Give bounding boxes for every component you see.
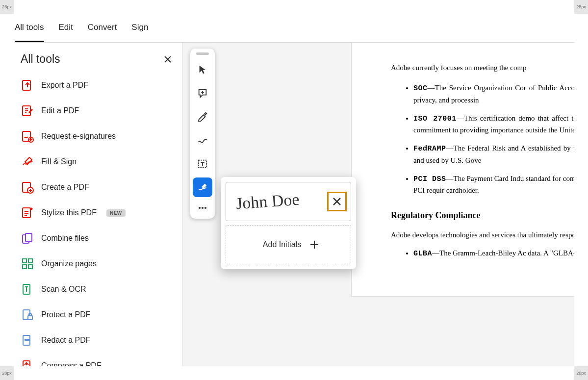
protect-icon — [21, 308, 34, 322]
sidebar-item-organize[interactable]: Organize pages — [18, 251, 178, 277]
doc-bullet: SOC—The Service Organization Cor of Publ… — [413, 82, 574, 106]
top-tabbar: All tools Edit Convert Sign — [14, 14, 574, 43]
svg-rect-0 — [23, 80, 30, 90]
tab-convert[interactable]: Convert — [88, 23, 117, 42]
signature-name-text: John Doe — [235, 190, 300, 213]
bullet-text: —The Gramm-Leach-Bliley Ac data. A "GLBA… — [432, 249, 574, 257]
sidebar-item-label: Create a PDF — [41, 183, 89, 192]
corner-marker-tl: 28px — [0, 0, 14, 14]
svg-point-22 — [205, 207, 206, 209]
main-body: All tools Export a PDFEdit a PDFRequest … — [14, 43, 574, 366]
sidebar-item-redact[interactable]: Redact a PDF — [18, 328, 178, 353]
drag-grip-icon[interactable] — [196, 52, 209, 55]
comment-tool-button[interactable] — [193, 83, 212, 103]
plus-icon — [309, 239, 320, 250]
signature-tool-button[interactable] — [193, 177, 212, 197]
bullet-tag: ISO 27001 — [413, 115, 457, 123]
text-box-icon — [197, 158, 208, 169]
svg-rect-12 — [28, 265, 32, 269]
organize-icon — [21, 257, 34, 271]
quick-tools-bar[interactable] — [190, 49, 215, 219]
doc-bullet: PCI DSS—The Payment Card Indu standard f… — [413, 173, 574, 197]
svg-rect-2 — [23, 131, 30, 141]
sidebar-item-stylize[interactable]: Stylize this PDFNEW — [18, 200, 178, 226]
svg-rect-10 — [28, 259, 32, 263]
sidebar-item-fillsign[interactable]: Fill & Sign — [18, 149, 178, 175]
create-icon — [21, 180, 34, 194]
svg-point-21 — [202, 207, 204, 209]
close-icon — [164, 56, 171, 63]
select-tool-button[interactable] — [193, 60, 212, 79]
sidebar-item-compress[interactable]: Compress a PDF — [18, 353, 178, 366]
marker-icon — [197, 111, 208, 122]
svg-point-20 — [199, 207, 201, 209]
sidebar-item-label: Scan & OCR — [41, 285, 86, 294]
doc-bullet: GLBA—The Gramm-Leach-Bliley Ac data. A "… — [413, 248, 574, 259]
corner-marker-bl: 28px — [0, 366, 14, 380]
esign-icon — [21, 129, 34, 143]
pdf-page[interactable]: Adobe currently focuses on meeting the c… — [352, 43, 574, 296]
bullet-tag: PCI DSS — [413, 175, 446, 183]
fillsign-icon — [21, 155, 34, 169]
tab-edit[interactable]: Edit — [59, 23, 73, 42]
svg-rect-9 — [23, 259, 26, 263]
signature-pen-icon — [197, 182, 208, 193]
sidebar-item-label: Compress a PDF — [41, 361, 102, 366]
sidebar-item-label: Redact a PDF — [41, 336, 90, 345]
sidebar-item-edit[interactable]: Edit a PDF — [18, 98, 178, 124]
delete-signature-button[interactable] — [327, 192, 347, 211]
doc-intro-line: Adobe currently focuses on meeting the c… — [391, 62, 574, 74]
doc-heading-regulatory: Regulatory Compliance — [391, 209, 574, 223]
sidebar-item-label: Stylize this PDF — [41, 208, 97, 217]
comment-plus-icon — [197, 88, 208, 99]
export-icon — [21, 78, 34, 92]
sidebar-item-label: Organize pages — [41, 259, 97, 268]
text-box-tool-button[interactable] — [193, 154, 212, 174]
app-viewport: All tools Edit Convert Sign All tools Ex… — [14, 14, 574, 366]
sidebar-item-label: Edit a PDF — [41, 106, 79, 115]
close-icon — [332, 197, 341, 206]
tab-sign[interactable]: Sign — [131, 23, 148, 42]
highlight-tool-button[interactable] — [193, 107, 212, 127]
sidebar-item-protect[interactable]: Protect a PDF — [18, 302, 178, 328]
ocr-icon — [21, 282, 34, 296]
more-tools-button[interactable] — [193, 201, 212, 215]
sidebar-item-export[interactable]: Export a PDF — [18, 73, 178, 98]
doc-bullet: ISO 27001—This certification demo that a… — [413, 113, 574, 136]
svg-rect-18 — [23, 361, 30, 366]
corner-marker-br: 28px — [574, 366, 588, 380]
tab-all-tools[interactable]: All tools — [15, 23, 44, 42]
signature-popover: John Doe Add Initials — [221, 177, 356, 269]
sidebar-item-ocr[interactable]: Scan & OCR — [18, 277, 178, 302]
svg-rect-11 — [23, 265, 26, 269]
sidebar-title: All tools — [21, 52, 60, 66]
compress-icon — [21, 359, 34, 366]
bullet-text: —The Service Organization Cor of Public … — [413, 84, 574, 103]
sidebar-item-esign[interactable]: Request e-signatures — [18, 124, 178, 149]
sidebar-item-label: Export a PDF — [41, 81, 88, 90]
doc-bullet-list-2: GLBA—The Gramm-Leach-Bliley Ac data. A "… — [391, 248, 574, 259]
signature-entry[interactable]: John Doe — [226, 182, 351, 221]
sidebar-close-button[interactable] — [161, 53, 174, 66]
corner-marker-tr: 28px — [574, 0, 588, 14]
tool-list: Export a PDFEdit a PDFRequest e-signatur… — [14, 71, 182, 366]
sidebar-panel: All tools Export a PDFEdit a PDFRequest … — [14, 43, 182, 366]
bullet-tag: GLBA — [413, 250, 432, 258]
sidebar-item-combine[interactable]: Combine files — [18, 226, 178, 251]
edit-icon — [21, 104, 34, 118]
arrow-cursor-icon — [197, 64, 208, 75]
svg-rect-17 — [25, 339, 30, 341]
svg-rect-15 — [28, 316, 32, 320]
draw-tool-button[interactable] — [193, 130, 212, 150]
doc-bullet: FedRAMP—The Federal Risk and A establish… — [413, 143, 574, 166]
combine-icon — [21, 231, 34, 245]
sidebar-item-create[interactable]: Create a PDF — [18, 175, 178, 200]
add-initials-button[interactable]: Add Initials — [226, 225, 351, 264]
ellipsis-icon — [198, 206, 207, 209]
redact-icon — [21, 333, 34, 347]
document-area[interactable]: Adobe currently focuses on meeting the c… — [182, 43, 574, 366]
sidebar-item-label: Fill & Sign — [41, 157, 77, 166]
sidebar-item-label: Request e-signatures — [41, 132, 116, 141]
sidebar-item-label: Combine files — [41, 234, 89, 243]
sidebar-header: All tools — [14, 43, 182, 71]
